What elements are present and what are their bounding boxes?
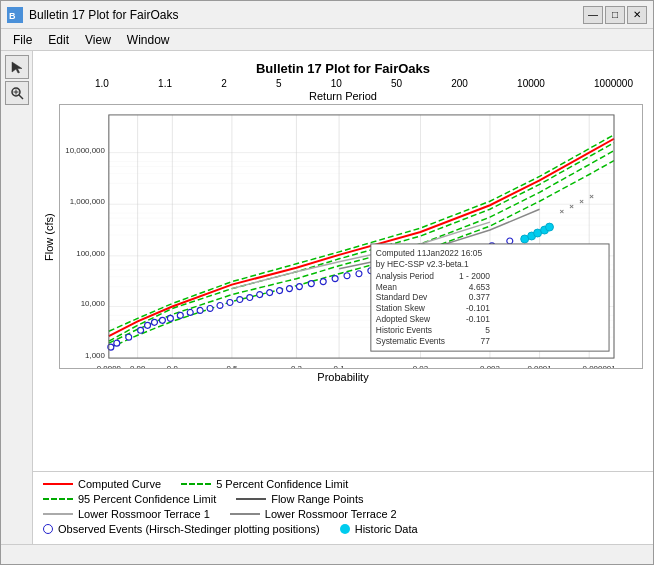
menu-view[interactable]: View (77, 31, 119, 48)
svg-point-57 (257, 292, 263, 298)
minimize-button[interactable]: — (583, 6, 603, 24)
title-bar: B Bulletin 17 Plot for FairOaks — □ ✕ (1, 1, 653, 29)
svg-point-45 (145, 322, 151, 328)
legend-green-dashed-line (181, 483, 211, 485)
x-axis-top-label: Return Period (43, 90, 643, 102)
svg-point-78 (114, 340, 120, 346)
svg-point-60 (286, 286, 292, 292)
tick-top-5: 5 (276, 78, 282, 89)
svg-point-62 (308, 281, 314, 287)
svg-point-55 (237, 297, 243, 303)
tick-top-1: 1.0 (95, 78, 109, 89)
svg-text:×: × (589, 192, 594, 201)
legend-gray-line (43, 513, 73, 515)
legend-5pct-label: 5 Percent Confidence Limit (216, 478, 348, 490)
svg-text:0.99: 0.99 (130, 364, 146, 369)
legend-flow-range: Flow Range Points (236, 493, 363, 505)
svg-text:0.1: 0.1 (334, 364, 346, 369)
svg-text:0.9: 0.9 (167, 364, 179, 369)
toolbar-left (1, 51, 33, 544)
svg-text:1,000,000: 1,000,000 (70, 197, 106, 206)
svg-text:Standard Dev: Standard Dev (376, 293, 428, 303)
tick-top-1-1: 1.1 (158, 78, 172, 89)
legend-green-dashed-line2 (43, 498, 73, 500)
chart-title: Bulletin 17 Plot for FairOaks (43, 61, 643, 76)
y-axis-label: Flow (cfs) (43, 107, 55, 367)
legend-row-1: Computed Curve 5 Percent Confidence Limi… (43, 478, 643, 490)
svg-text:×: × (569, 202, 574, 211)
title-bar-controls: — □ ✕ (583, 6, 647, 24)
x-axis-label: Probability (43, 371, 643, 383)
chart-svg: 1,000 10,000 100,000 1,000,000 10,000,00… (59, 104, 643, 369)
svg-point-66 (356, 271, 362, 277)
svg-point-61 (296, 284, 302, 290)
legend-blue-circle (43, 524, 53, 534)
window-title: Bulletin 17 Plot for FairOaks (29, 8, 178, 22)
svg-point-48 (167, 315, 173, 321)
svg-point-77 (126, 334, 132, 340)
svg-text:B: B (9, 11, 16, 21)
svg-point-65 (344, 273, 350, 279)
svg-text:-0.101: -0.101 (466, 303, 490, 313)
svg-point-76 (507, 238, 513, 244)
svg-text:Analysis Period: Analysis Period (376, 271, 434, 281)
svg-line-3 (19, 95, 23, 99)
title-bar-left: B Bulletin 17 Plot for FairOaks (7, 7, 178, 23)
select-tool-button[interactable] (5, 55, 29, 79)
svg-point-50 (187, 309, 193, 315)
svg-point-54 (227, 300, 233, 306)
legend-historic: Historic Data (340, 523, 418, 535)
svg-text:0.002: 0.002 (480, 364, 500, 369)
svg-text:1,000: 1,000 (85, 351, 105, 360)
tick-top-50: 50 (391, 78, 402, 89)
svg-point-63 (320, 279, 326, 285)
svg-text:10,000: 10,000 (81, 299, 106, 308)
legend-computed-label: Computed Curve (78, 478, 161, 490)
svg-text:0.2: 0.2 (291, 364, 302, 369)
legend-darkgray-line (236, 498, 266, 500)
svg-point-56 (247, 295, 253, 301)
legend-rossmoor1-label: Lower Rossmoor Terrace 1 (78, 508, 210, 520)
svg-point-84 (546, 223, 554, 231)
menu-bar: File Edit View Window (1, 29, 653, 51)
svg-text:0.000001: 0.000001 (583, 364, 617, 369)
legend-row-4: Observed Events (Hirsch-Stedinger plotti… (43, 523, 643, 535)
svg-point-59 (277, 288, 283, 294)
menu-file[interactable]: File (5, 31, 40, 48)
legend-area: Computed Curve 5 Percent Confidence Limi… (33, 471, 653, 544)
svg-text:Station Skew: Station Skew (376, 303, 426, 313)
legend-row-3: Lower Rossmoor Terrace 1 Lower Rossmoor … (43, 508, 643, 520)
legend-observed: Observed Events (Hirsch-Stedinger plotti… (43, 523, 320, 535)
svg-text:Computed 11Jan2022 16:05: Computed 11Jan2022 16:05 (376, 248, 483, 258)
legend-95pct: 95 Percent Confidence Limit (43, 493, 216, 505)
maximize-button[interactable]: □ (605, 6, 625, 24)
close-button[interactable]: ✕ (627, 6, 647, 24)
svg-text:0.377: 0.377 (469, 293, 490, 303)
tick-top-10000: 10000 (517, 78, 545, 89)
svg-text:Systematic Events: Systematic Events (376, 336, 445, 346)
legend-cyan-circle (340, 524, 350, 534)
legend-flow-range-label: Flow Range Points (271, 493, 363, 505)
legend-rossmoor2-label: Lower Rossmoor Terrace 2 (265, 508, 397, 520)
svg-text:×: × (579, 197, 584, 206)
svg-text:Mean: Mean (376, 282, 397, 292)
svg-point-53 (217, 302, 223, 308)
menu-window[interactable]: Window (119, 31, 178, 48)
svg-text:10,000,000: 10,000,000 (65, 146, 105, 155)
legend-gray-line2 (230, 513, 260, 515)
svg-point-47 (159, 317, 165, 323)
svg-point-58 (267, 290, 273, 296)
legend-95pct-label: 95 Percent Confidence Limit (78, 493, 216, 505)
svg-text:by HEC-SSP v2.3-beta.1: by HEC-SSP v2.3-beta.1 (376, 259, 469, 269)
menu-edit[interactable]: Edit (40, 31, 77, 48)
svg-text:0.02: 0.02 (413, 364, 428, 369)
tick-top-10: 10 (331, 78, 342, 89)
status-bar (1, 544, 653, 564)
svg-text:1 - 2000: 1 - 2000 (459, 271, 490, 281)
tick-top-2: 2 (221, 78, 227, 89)
zoom-tool-button[interactable] (5, 81, 29, 105)
svg-point-44 (138, 327, 144, 333)
svg-text:0.9999: 0.9999 (97, 364, 122, 369)
svg-point-51 (197, 307, 203, 313)
svg-text:0.5: 0.5 (226, 364, 238, 369)
